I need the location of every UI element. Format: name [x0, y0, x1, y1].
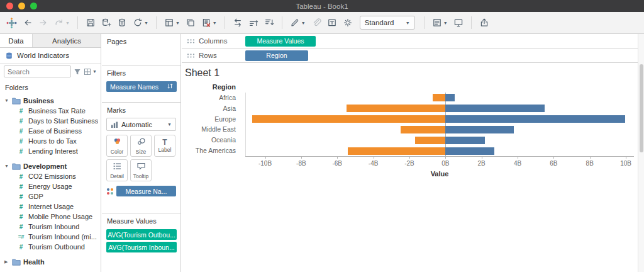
field-label: Ease of Business	[28, 127, 82, 135]
row-label-asia[interactable]: Asia	[182, 105, 241, 113]
marks-button-color[interactable]: Color	[106, 135, 128, 157]
bar-avg-tourism-outbound-the-americas[interactable]	[348, 147, 445, 155]
view-options-icon[interactable]: ▼	[84, 68, 97, 76]
columns-shelf[interactable]: Columns Measure Values	[182, 34, 644, 48]
text-label-icon[interactable]	[327, 15, 337, 30]
color-shelf-pill-measure-names[interactable]: Measure Na...	[116, 186, 176, 196]
swap-axes-icon[interactable]	[233, 15, 243, 30]
folder-business[interactable]: ▼Business	[0, 95, 101, 106]
field-tourism-outbound[interactable]: #Tourism Outbound	[0, 242, 101, 252]
chevron-right-icon[interactable]: ▶	[4, 259, 9, 264]
filters-shelf[interactable]: Filters Measure Names	[102, 65, 180, 103]
bar-avg-tourism-outbound-europe[interactable]	[252, 115, 445, 123]
bar-avg-tourism-inbound-the-americas[interactable]	[445, 147, 494, 155]
filter-pill-measure-names[interactable]: Measure Names	[106, 81, 177, 92]
x-axis-tick	[374, 156, 374, 159]
field-hours-to-do-tax[interactable]: #Hours to do Tax	[0, 136, 101, 146]
bar-avg-tourism-outbound-oceania[interactable]	[415, 137, 446, 144]
presentation-icon[interactable]	[453, 15, 464, 30]
close-window-button[interactable]	[6, 3, 13, 9]
clear-sheet-icon[interactable]: ▼	[201, 15, 217, 30]
row-label-oceania[interactable]: Oceania	[182, 136, 241, 144]
marks-button-detail[interactable]: Detail	[106, 159, 128, 181]
chevron-down-icon[interactable]: ▼	[4, 164, 9, 168]
sort-descending-icon[interactable]	[264, 15, 274, 30]
columns-pill-measure-values[interactable]: Measure Values	[245, 36, 316, 47]
field-co2-emissions[interactable]: #CO2 Emissions	[0, 171, 101, 181]
marks-button-label[interactable]: TLabel	[154, 135, 175, 157]
bar-avg-tourism-outbound-africa[interactable]	[433, 94, 445, 101]
chevron-down-icon[interactable]: ▼	[4, 98, 9, 103]
vertical-scrollbar[interactable]	[638, 34, 644, 272]
row-label-africa[interactable]: Africa	[182, 94, 241, 102]
back-icon[interactable]	[23, 15, 33, 30]
rows-shelf[interactable]: Rows Region	[182, 48, 644, 63]
fit-mode-select[interactable]: Standard▼	[360, 16, 415, 30]
data-pane-tabs: Data Analytics	[0, 34, 101, 48]
search-row: ▼	[0, 64, 101, 79]
datasource-item[interactable]: World Indicators	[0, 48, 101, 64]
bar-avg-tourism-inbound-oceania[interactable]	[445, 137, 485, 144]
row-label-europe[interactable]: Europe	[182, 115, 241, 123]
field-energy-usage[interactable]: #Energy Usage	[0, 181, 101, 191]
field-internet-usage[interactable]: #Internet Usage	[0, 201, 101, 212]
marks-button-label: Color	[111, 149, 123, 155]
field-lending-interest[interactable]: #Lending Interest	[0, 146, 101, 156]
tab-data[interactable]: Data	[0, 34, 33, 47]
search-input[interactable]	[4, 65, 71, 77]
rows-pill-region[interactable]: Region	[245, 50, 308, 61]
tableau-logo-icon[interactable]	[6, 15, 17, 30]
filters-label: Filters	[102, 65, 180, 78]
field-ease-of-business[interactable]: #Ease of Business	[0, 126, 101, 136]
marks-button-size[interactable]: Size	[130, 135, 152, 157]
save-icon[interactable]	[86, 15, 96, 30]
rows-pills: Region	[245, 50, 308, 61]
add-data-icon[interactable]	[101, 15, 111, 30]
bar-avg-tourism-inbound-asia[interactable]	[445, 105, 545, 112]
bar-avg-tourism-inbound-europe[interactable]	[445, 115, 625, 123]
mark-type-select[interactable]: Automatic ▼	[106, 118, 176, 131]
share-icon[interactable]	[479, 15, 489, 30]
field-tourism-inbound-mi[interactable]: =#Tourism Inbound (mi...	[0, 232, 101, 242]
measure-values-pill-avg-tourism-outbou[interactable]: AVG(Tourism Outbou...	[106, 229, 177, 240]
minimize-window-button[interactable]	[18, 3, 25, 9]
bar-avg-tourism-inbound-middle-east[interactable]	[445, 126, 514, 133]
row-label-the-americas[interactable]: The Americas	[182, 147, 241, 155]
chevron-down-icon: ▼	[406, 21, 410, 25]
filter-fields-icon[interactable]	[74, 68, 81, 76]
highlight-icon[interactable]: ▼	[290, 15, 306, 30]
measure-values-pill-avg-tourism-inboun[interactable]: AVG(Tourism Inboun...	[106, 242, 177, 252]
pause-updates-icon[interactable]	[117, 15, 127, 30]
bar-chart-icon	[111, 121, 118, 128]
new-worksheet-icon[interactable]: ▼	[164, 15, 180, 30]
toolbar-separator	[156, 16, 157, 29]
data-pane: Data Analytics World Indicators ▼ Folder…	[0, 34, 101, 272]
zoom-window-button[interactable]	[30, 3, 37, 9]
x-axis-title[interactable]: Value	[245, 170, 634, 178]
field-business-tax-rate[interactable]: #Business Tax Rate	[0, 106, 101, 116]
show-cards-icon[interactable]: ▼	[432, 15, 448, 30]
tab-analytics[interactable]: Analytics	[33, 34, 101, 47]
x-tick-label: 2B	[468, 160, 496, 167]
sparkle-icon[interactable]	[343, 15, 353, 30]
bar-avg-tourism-inbound-africa[interactable]	[445, 94, 454, 101]
marks-button-tooltip[interactable]: Tooltip	[130, 159, 152, 181]
pages-shelf[interactable]: Pages	[102, 34, 180, 65]
row-label-middle-east[interactable]: Middle East	[182, 125, 241, 133]
folder-development[interactable]: ▼Development	[0, 161, 101, 171]
field-gdp[interactable]: #GDP	[0, 191, 101, 201]
bar-avg-tourism-outbound-asia[interactable]	[347, 105, 446, 112]
field-days-to-start-business[interactable]: #Days to Start Business	[0, 116, 101, 126]
run-updates-icon[interactable]: ▼	[133, 15, 148, 30]
sort-ascending-icon[interactable]	[248, 15, 258, 30]
folder-health[interactable]: ▶Health	[0, 256, 101, 267]
bar-avg-tourism-outbound-middle-east[interactable]	[401, 126, 446, 133]
marks-buttons: ColorSizeTLabelDetailTooltip	[102, 133, 180, 183]
scrollbar-thumb[interactable]	[640, 64, 643, 152]
x-axis-tick	[265, 156, 266, 159]
folder-label: Development	[23, 162, 67, 170]
field-mobile-phone-usage[interactable]: #Mobile Phone Usage	[0, 212, 101, 222]
grid-dots-icon	[187, 53, 195, 59]
duplicate-icon[interactable]	[186, 15, 196, 30]
field-tourism-inbound[interactable]: #Tourism Inbound	[0, 222, 101, 232]
